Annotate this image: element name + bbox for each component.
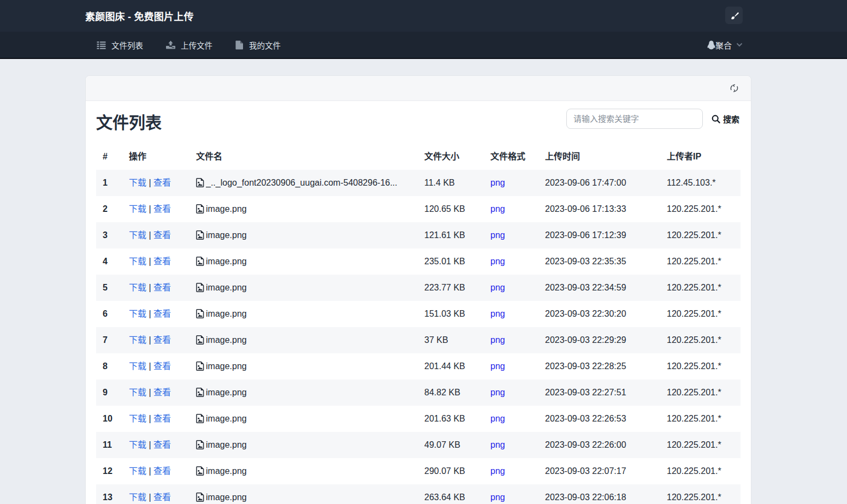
format-link[interactable]: png: [490, 493, 505, 502]
cell-filename: _.._logo_font20230906_uugai.com-5408296-…: [189, 170, 418, 196]
cell-filename: image.png: [189, 432, 418, 458]
file-image-icon: [196, 257, 204, 266]
cell-index: 10: [96, 406, 122, 432]
filename-text[interactable]: image.png: [206, 281, 247, 294]
cell-ip: 120.225.201.*: [660, 327, 741, 353]
tab-my-files[interactable]: 我的文件: [224, 32, 292, 58]
download-link[interactable]: 下载: [129, 493, 146, 502]
tab-file-list[interactable]: 文件列表: [85, 32, 155, 58]
col-ip: 上传者IP: [660, 144, 741, 170]
search-input[interactable]: [566, 109, 703, 129]
file-image-icon: [196, 388, 204, 397]
filename-text[interactable]: image.png: [206, 438, 247, 452]
format-link[interactable]: png: [490, 178, 505, 187]
filename-text[interactable]: image.png: [206, 203, 247, 216]
format-link[interactable]: png: [490, 283, 505, 292]
view-link[interactable]: 查看: [153, 257, 171, 266]
download-link[interactable]: 下载: [129, 178, 146, 187]
cell-format: png: [484, 301, 538, 327]
view-link[interactable]: 查看: [153, 178, 171, 187]
view-link[interactable]: 查看: [153, 388, 171, 397]
download-link[interactable]: 下载: [129, 230, 146, 240]
download-link[interactable]: 下载: [129, 257, 146, 266]
table-header: # 操作 文件名 文件大小 文件格式 上传时间 上传者IP: [96, 144, 741, 170]
search-button[interactable]: 搜索: [712, 113, 739, 124]
cell-size: 201.44 KB: [418, 353, 484, 380]
view-link[interactable]: 查看: [153, 230, 171, 240]
format-link[interactable]: png: [490, 257, 505, 266]
action-separator: |: [149, 335, 151, 345]
view-link[interactable]: 查看: [153, 493, 171, 502]
file-image-icon: [196, 414, 204, 423]
col-uploaded: 上传时间: [538, 144, 660, 170]
filename-text[interactable]: _.._logo_font20230906_uugai.com-5408296-…: [206, 176, 398, 189]
download-link[interactable]: 下载: [129, 414, 146, 423]
format-link[interactable]: png: [490, 204, 505, 214]
download-link[interactable]: 下载: [129, 309, 146, 318]
filename-text[interactable]: image.png: [206, 360, 247, 373]
download-link[interactable]: 下载: [129, 440, 146, 449]
filename-text[interactable]: image.png: [206, 229, 247, 242]
cell-format: png: [484, 275, 538, 301]
cell-index: 13: [96, 484, 122, 504]
file-image-icon: [196, 230, 204, 240]
cell-format: png: [484, 432, 538, 458]
cell-actions: 下载 | 查看: [122, 301, 189, 327]
cell-uploaded: 2023-09-03 22:26:53: [538, 406, 660, 432]
view-link[interactable]: 查看: [153, 361, 171, 371]
download-link[interactable]: 下载: [129, 204, 146, 214]
cell-ip: 120.225.201.*: [660, 380, 741, 406]
filename-text[interactable]: image.png: [206, 465, 247, 478]
view-link[interactable]: 查看: [153, 309, 171, 318]
format-link[interactable]: png: [490, 440, 505, 449]
format-link[interactable]: png: [490, 466, 505, 476]
cell-filename: image.png: [189, 196, 418, 222]
filename-text[interactable]: image.png: [206, 491, 247, 504]
format-link[interactable]: png: [490, 230, 505, 240]
card-body: 文件列表 搜索: [86, 101, 751, 504]
filename-text[interactable]: image.png: [206, 255, 247, 268]
view-link[interactable]: 查看: [153, 204, 171, 214]
format-link[interactable]: png: [490, 309, 505, 318]
theme-toggle-button[interactable]: [725, 7, 743, 24]
filename-text[interactable]: image.png: [206, 412, 247, 425]
action-separator: |: [149, 257, 151, 266]
cell-actions: 下载 | 查看: [122, 406, 189, 432]
view-link[interactable]: 查看: [153, 414, 171, 423]
cell-format: png: [484, 484, 538, 504]
view-link[interactable]: 查看: [153, 466, 171, 476]
format-link[interactable]: png: [490, 388, 505, 397]
col-actions: 操作: [122, 144, 189, 170]
download-link[interactable]: 下载: [129, 283, 146, 292]
download-link[interactable]: 下载: [129, 361, 146, 371]
filename-text[interactable]: image.png: [206, 307, 247, 321]
download-link[interactable]: 下载: [129, 466, 146, 476]
tab-my-files-label: 我的文件: [249, 39, 281, 51]
view-link[interactable]: 查看: [153, 335, 171, 345]
cell-size: 235.01 KB: [418, 248, 484, 275]
cell-uploaded: 2023-09-03 22:26:00: [538, 432, 660, 458]
cell-actions: 下载 | 查看: [122, 380, 189, 406]
cell-format: png: [484, 170, 538, 196]
cell-filename: image.png: [189, 222, 418, 248]
filename-text[interactable]: image.png: [206, 334, 247, 347]
cell-index: 2: [96, 196, 122, 222]
table-row: 6 下载 | 查看 image.png 151.03 KB png: [96, 301, 741, 327]
refresh-button[interactable]: [730, 84, 739, 93]
view-link[interactable]: 查看: [153, 283, 171, 292]
nav-tabs: 文件列表 上传文件 我的文件: [85, 32, 292, 58]
view-link[interactable]: 查看: [153, 440, 171, 449]
user-dropdown[interactable]: 聚合: [707, 32, 743, 58]
download-link[interactable]: 下载: [129, 388, 146, 397]
format-link[interactable]: png: [490, 414, 505, 423]
tab-upload[interactable]: 上传文件: [155, 32, 224, 58]
format-link[interactable]: png: [490, 335, 505, 345]
format-link[interactable]: png: [490, 361, 505, 371]
cell-size: 84.82 KB: [418, 380, 484, 406]
col-size: 文件大小: [418, 144, 484, 170]
filename-text[interactable]: image.png: [206, 386, 247, 399]
cell-filename: image.png: [189, 275, 418, 301]
brush-icon: [730, 11, 739, 20]
download-link[interactable]: 下载: [129, 335, 146, 345]
table-row: 7 下载 | 查看 image.png 37 KB png: [96, 327, 741, 353]
